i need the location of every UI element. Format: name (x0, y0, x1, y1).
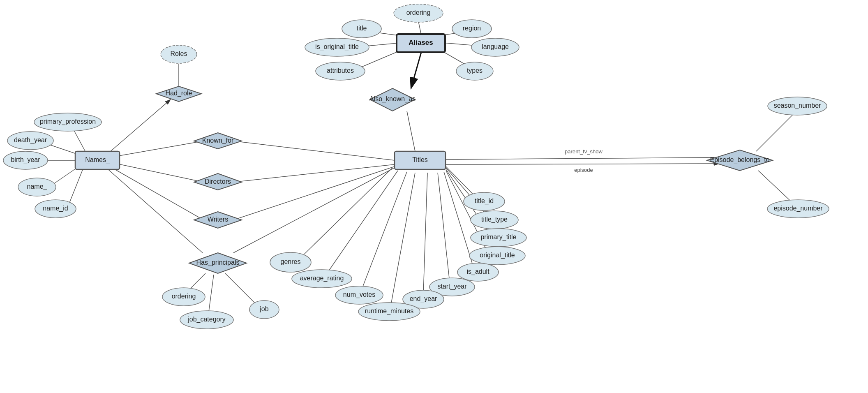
rel-hasprincipals-label: Has_principals (196, 259, 240, 266)
entity-names-label: Names_ (85, 156, 110, 164)
rel-directors-label: Directors (205, 178, 231, 185)
attr-jobcategory-label: job_category (187, 316, 226, 323)
conn-alsoknown-titles (407, 111, 415, 151)
conn-hasprincipals-job (225, 273, 257, 305)
attr-avgrating-label: average_rating (300, 275, 344, 282)
conn-titles-episode-parent (446, 157, 719, 160)
conn-titles-startyear (438, 173, 450, 286)
attr-ordering-bottom-label: ordering (172, 293, 196, 300)
conn-names-nameid (69, 168, 83, 205)
rel-knownfor-label: Known_for (202, 137, 234, 144)
label-episode: episode (574, 167, 593, 173)
rel-alsoknownas-label: Also_known_as (369, 95, 416, 103)
attr-titleid-label: title_id (475, 197, 494, 205)
attr-seasonnumber-label: season_number (774, 102, 821, 109)
attr-birthyear-label: birth_year (11, 156, 40, 164)
attr-attributes-label: attributes (327, 67, 354, 74)
er-diagram: parent_tv_show episode Aliases Titles Na… (0, 0, 868, 393)
attr-roles-label: Roles (171, 50, 187, 57)
conn-hasprincipals-jobcategory (209, 275, 214, 312)
conn-names-hasprincipals (105, 166, 203, 253)
attr-nameid-label: name_id (43, 205, 68, 212)
conn-writers-titles (233, 166, 395, 220)
attr-originaltitle-label: original_title (480, 252, 515, 259)
attr-primarytitle-label: primary_title (480, 233, 516, 241)
conn-knownfor-titles (233, 141, 395, 160)
attr-primaryprofession-label: primary_profession (40, 118, 96, 125)
conn-directors-titles (233, 164, 395, 182)
attr-job-label: job (259, 305, 268, 312)
attr-titletype-label: title_type (481, 216, 508, 223)
entity-aliases-label: Aliases (409, 39, 433, 46)
conn-names-hadrole (105, 99, 171, 156)
attr-deathyear-label: death_year (14, 136, 47, 144)
conn-titles-numvotes (360, 172, 407, 293)
attr-numvotes-label: num_votes (343, 291, 375, 298)
conn-aliases-alsoknown (411, 52, 421, 88)
attr-language-label: language (482, 43, 509, 50)
attr-episodenumber-label: episode_number (773, 205, 823, 212)
conn-titles-runtime (390, 173, 415, 307)
attr-startyear-label: start_year (437, 283, 467, 290)
rel-writers-label: Writers (208, 216, 228, 223)
rel-episodebelongsto-label: Episode_belongs_to (710, 156, 769, 164)
label-parent-tv-show: parent_tv_show (565, 148, 603, 155)
conn-aliases-ordering (418, 21, 421, 35)
attr-name-label: name_ (27, 183, 48, 190)
entity-titles-label: Titles (412, 156, 428, 163)
attr-genres-label: genres (281, 258, 301, 265)
attr-endyear-label: end_year (410, 295, 437, 303)
attr-runtimeminutes-label: runtime_minutes (365, 307, 413, 315)
attr-isadult-label: is_adult (466, 268, 489, 275)
conn-episode-epnum (758, 171, 793, 203)
attr-ordering-top-label: ordering (406, 9, 431, 16)
attr-isoriginaltitle-label: is_original_title (315, 43, 359, 51)
rel-hadrole-label: Had_role (166, 90, 192, 97)
conn-names-writers (105, 164, 203, 220)
attr-title-label: title (357, 25, 367, 32)
attr-types-label: types (467, 67, 482, 74)
conn-episode-season (756, 114, 793, 151)
attr-region-label: region (463, 25, 481, 32)
conn-titles-endyear (423, 173, 427, 294)
conn-titles-episode-arrow (446, 164, 719, 164)
